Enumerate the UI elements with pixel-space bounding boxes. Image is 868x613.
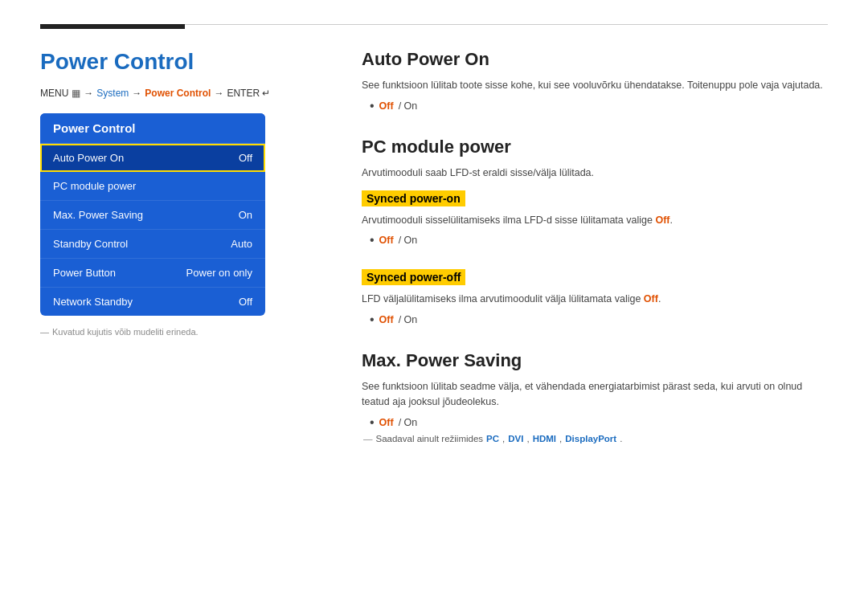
breadcrumb-arrow1: → (84, 88, 93, 99)
breadcrumb-system: System (96, 88, 129, 99)
footnote-dash: — (40, 327, 49, 337)
auto-power-on-desc: See funktsioon lülitab toote sisse kohe,… (362, 78, 828, 93)
max-power-saving-desc: See funktsioon lülitab seadme välja, et … (362, 379, 828, 410)
synced-power-off-desc: LFD väljalülitamiseks ilma arvutimooduli… (362, 292, 828, 307)
synced-on-bold-off: Off (655, 215, 669, 226)
menu-item-value: Power on only (186, 267, 252, 279)
menu-item-auto-power-on[interactable]: Auto Power OnOff (40, 144, 265, 172)
note-comma1: , (502, 434, 505, 443)
breadcrumb-menu-icon: ▦ (72, 88, 80, 99)
note-dash: ― (363, 434, 373, 443)
menu-item-label: Standby Control (53, 238, 128, 250)
menu-item-power-button[interactable]: Power ButtonPower on only (40, 259, 265, 288)
synced-power-on-bullet: • Off / On (370, 234, 828, 247)
pc-module-power-desc: Arvutimooduli saab LFD-st eraldi sisse/v… (362, 166, 828, 181)
menu-item-standby-control[interactable]: Standby ControlAuto (40, 230, 265, 259)
separator1 (362, 250, 828, 266)
synced-power-off-title: Synced power-off (362, 269, 465, 285)
max-power-saving-note: ― Saadaval ainult režiimides PC , DVI , … (363, 434, 828, 443)
note-dvi: DVI (508, 434, 523, 443)
breadcrumb-arrow2: → (132, 88, 141, 99)
breadcrumb: MENU ▦ → System → Power Control → ENTER … (40, 88, 313, 99)
footnote-text: Kuvatud kujutis võib mudeliti erineda. (52, 327, 199, 337)
synced-on-slash-on: / On (399, 235, 418, 246)
synced-power-on-desc: Arvutimooduli sisselülitamiseks ilma LFD… (362, 213, 828, 228)
max-power-saving-title: Max. Power Saving (362, 350, 828, 371)
breadcrumb-arrow3: → (214, 88, 223, 99)
bullet-dot-3: • (370, 313, 375, 326)
pc-module-power-title: PC module power (362, 137, 828, 157)
menu-item-value: Auto (231, 238, 252, 250)
note-end: . (620, 434, 622, 443)
note-pc: PC (486, 434, 499, 443)
menu-item-value: Off (239, 296, 252, 308)
menu-item-label: Network Standby (53, 296, 133, 308)
menu-item-value: Off (239, 152, 252, 164)
breadcrumb-power-control: Power Control (145, 88, 211, 99)
footnote: — Kuvatud kujutis võib mudeliti erineda. (40, 327, 313, 337)
note-prefix: Saadaval ainult režiimides (376, 434, 484, 443)
bullet-dot: • (370, 100, 375, 112)
note-comma2: , (526, 434, 529, 443)
menu-item-label: Max. Power Saving (53, 209, 143, 221)
note-comma3: , (559, 434, 562, 443)
synced-off-bold-off: Off (644, 293, 658, 304)
synced-off-slash-on: / On (399, 314, 418, 325)
menu-item-label: PC module power (53, 180, 136, 192)
right-panel: Auto Power On See funktsioon lülitab too… (346, 49, 828, 468)
breadcrumb-enter: ENTER ↵ (227, 88, 270, 99)
section-auto-power-on: Auto Power On See funktsioon lülitab too… (362, 49, 828, 112)
page-title: Power Control (40, 49, 313, 75)
max-ps-off: Off (379, 417, 394, 428)
note-dp: DisplayPort (565, 434, 616, 443)
auto-power-on-slash: / On (399, 100, 418, 112)
menu-box-header: Power Control (40, 113, 265, 144)
bullet-dot-2: • (370, 234, 375, 247)
synced-power-on-title: Synced power-on (362, 190, 465, 206)
note-hdmi: HDMI (533, 434, 556, 443)
synced-power-off-bullet: • Off / On (370, 313, 828, 326)
menu-items-list: Auto Power OnOffPC module powerMax. Powe… (40, 144, 265, 316)
max-power-saving-bullet: • Off / On (370, 416, 828, 429)
synced-on-off: Off (379, 235, 394, 246)
auto-power-on-bullet: • Off / On (370, 100, 828, 112)
menu-item-max.-power-saving[interactable]: Max. Power SavingOn (40, 201, 265, 230)
auto-power-on-off: Off (379, 100, 394, 112)
breadcrumb-menu: MENU (40, 88, 68, 99)
menu-item-label: Auto Power On (53, 152, 124, 164)
menu-box: Power Control Auto Power OnOffPC module … (40, 113, 265, 316)
menu-item-network-standby[interactable]: Network StandbyOff (40, 288, 265, 316)
left-panel: Power Control MENU ▦ → System → Power Co… (40, 49, 313, 468)
menu-item-value: On (239, 209, 252, 221)
max-ps-slash-on: / On (399, 417, 418, 428)
menu-item-label: Power Button (53, 267, 116, 279)
section-max-power-saving: Max. Power Saving See funktsioon lülitab… (362, 350, 828, 443)
auto-power-on-title: Auto Power On (362, 49, 828, 70)
menu-item-pc-module-power[interactable]: PC module power (40, 172, 265, 201)
bullet-dot-4: • (370, 416, 375, 429)
synced-off-off: Off (379, 314, 394, 325)
section-pc-module-power: PC module power Arvutimooduli saab LFD-s… (362, 137, 828, 326)
